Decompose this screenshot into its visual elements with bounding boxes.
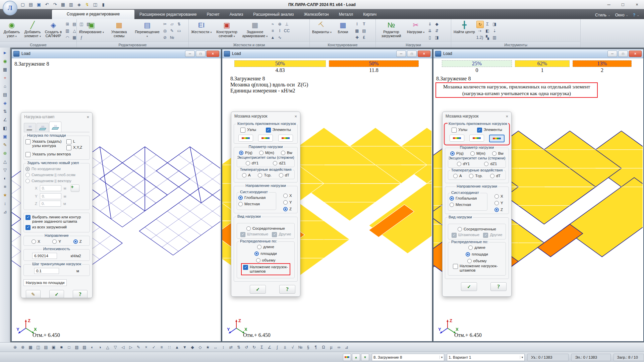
render-icon[interactable]: ◈ bbox=[76, 1, 82, 8]
add-icon[interactable]: + bbox=[1, 74, 9, 82]
bottom-tool-8-icon[interactable]: □ bbox=[65, 344, 73, 351]
ribbon-tab[interactable]: Расширенное редактирование bbox=[134, 10, 202, 19]
bottom-tool-27-icon[interactable]: ↔ bbox=[212, 344, 219, 351]
radio-concentrated[interactable]: Сосредоточенные bbox=[246, 226, 285, 231]
bottom-tool-36-icon[interactable]: ± bbox=[281, 344, 289, 351]
mosaic-nodes-button[interactable] bbox=[238, 135, 253, 142]
app-logo[interactable]: Л bbox=[3, 1, 17, 15]
small-tool-icon[interactable]: ◨ bbox=[491, 21, 498, 27]
radio-temp-tcp[interactable]: Tср. bbox=[469, 174, 482, 178]
checkbox-length-L[interactable]: L bbox=[66, 139, 82, 144]
apply-button[interactable]: ✓ bbox=[461, 282, 477, 291]
radio-param-pq[interactable]: P(q) bbox=[239, 151, 252, 155]
small-tool-icon[interactable]: Ŧ bbox=[361, 21, 367, 27]
checkbox-elements[interactable]: Элементы bbox=[266, 128, 291, 133]
checkbox-nodes[interactable]: Узлы bbox=[452, 128, 467, 133]
radio-ecc-dz1[interactable]: dZ1 bbox=[273, 161, 286, 165]
bottom-tool-1-icon[interactable]: ⊕ bbox=[11, 344, 19, 351]
coord-z-field[interactable]: 0. bbox=[40, 201, 61, 207]
bottom-tool-12-icon[interactable]: ◑ bbox=[96, 344, 104, 351]
coord-x-field[interactable]: 0. bbox=[40, 185, 61, 191]
apply-button[interactable]: ✓ bbox=[250, 285, 266, 294]
close-button[interactable]: × bbox=[629, 51, 642, 57]
radio-coord-global[interactable]: Глобальная bbox=[238, 196, 275, 200]
menu-style[interactable]: Стиль⌄ bbox=[595, 13, 610, 17]
radio-by-coordinates[interactable]: По координатам bbox=[25, 167, 88, 171]
tab-load-on-area[interactable]: ↓↓↓ bbox=[49, 122, 61, 132]
radio-offset-vector[interactable]: Смещением || вектору bbox=[25, 179, 88, 183]
radio-axis-z[interactable]: Z bbox=[494, 208, 503, 212]
bottom-tool-33-icon[interactable]: Σ bbox=[258, 344, 266, 351]
bottom-tool-21-icon[interactable]: ∷ bbox=[166, 344, 173, 351]
small-tool-icon[interactable]: ⇵ bbox=[433, 27, 440, 34]
help-button[interactable]: ? bbox=[490, 282, 507, 291]
bottom-tool-3-icon[interactable]: ▦ bbox=[27, 344, 34, 351]
bottom-tool-40-icon[interactable]: ¶ bbox=[312, 344, 319, 351]
small-tool-icon[interactable]: ₤ bbox=[361, 34, 367, 41]
checkbox-elements[interactable]: Элементы bbox=[477, 128, 502, 133]
restore-button[interactable]: □ bbox=[196, 51, 206, 57]
bottom-tool-5-icon[interactable]: ▤ bbox=[42, 344, 50, 351]
bottom-tool-35-icon[interactable]: ∫ bbox=[274, 344, 281, 351]
radio-temp-dt[interactable]: dT bbox=[279, 173, 289, 177]
small-tool-icon[interactable]: ▥ bbox=[491, 34, 498, 41]
ribbon-button[interactable]: ⊤Варианты ▾ bbox=[311, 20, 332, 35]
model-icon[interactable]: ◈ bbox=[1, 99, 9, 107]
bottom-tool-4-icon[interactable]: ◫ bbox=[35, 344, 42, 351]
bottom-tool-2-icon[interactable]: ⊗ bbox=[19, 344, 26, 351]
radio-dist-length[interactable]: длине bbox=[257, 245, 274, 249]
next-loadcase-icon[interactable]: ▼ bbox=[361, 354, 369, 361]
checkbox-nodes[interactable]: Узлы bbox=[240, 128, 256, 133]
checkbox-other-loads[interactable]: Другие bbox=[483, 233, 502, 238]
ribbon-button[interactable]: №Редактор загружений bbox=[377, 20, 405, 38]
mosaic-elements-button[interactable] bbox=[469, 135, 484, 142]
bottom-tool-6-icon[interactable]: ▣ bbox=[50, 344, 57, 351]
star-icon[interactable]: ★ bbox=[1, 191, 9, 199]
small-tool-icon[interactable]: ✚ bbox=[354, 34, 360, 41]
bottom-tool-22-icon[interactable]: ▲ bbox=[173, 344, 181, 351]
checkbox-other-loads[interactable]: Другие bbox=[272, 232, 291, 237]
ribbon-button[interactable]: ▣Копирование ▾ bbox=[78, 20, 105, 35]
ribbon-tab[interactable]: Расширенный анализ bbox=[248, 10, 299, 19]
radio-temp-dt[interactable]: dT bbox=[490, 174, 501, 178]
maximize-icon[interactable]: □ bbox=[616, 0, 630, 9]
small-tool-icon[interactable]: № bbox=[169, 34, 175, 41]
child-window-titlebar[interactable]: Load ─ □ × bbox=[222, 49, 432, 58]
radio-axis-y[interactable]: Y bbox=[283, 200, 292, 205]
small-tool-icon[interactable]: ▲ bbox=[270, 34, 276, 41]
bottom-tool-24-icon[interactable]: ◆ bbox=[189, 344, 196, 351]
restore-button[interactable]: □ bbox=[618, 51, 628, 57]
ribbon-button[interactable]: ▦Заданное армирование ▾ bbox=[241, 20, 269, 39]
ribbon-tab[interactable]: Создание и редактирование bbox=[52, 10, 134, 19]
close-icon[interactable]: × bbox=[86, 115, 89, 120]
radio-dist-volume[interactable]: объему bbox=[256, 258, 276, 263]
stamp-type-combo[interactable]: Нагрузка по площади bbox=[23, 279, 67, 286]
bottom-tool-7-icon[interactable]: ■ bbox=[58, 344, 65, 351]
small-tool-icon[interactable]: ⇊ bbox=[426, 27, 433, 34]
corner-icon[interactable]: ⊿ bbox=[1, 208, 9, 216]
radio-axis-x[interactable]: X bbox=[283, 194, 292, 198]
radio-axis-y[interactable]: Y bbox=[494, 201, 503, 205]
small-tool-icon[interactable]: ⊞ bbox=[64, 21, 71, 27]
small-tool-icon[interactable]: ⊕ bbox=[277, 21, 283, 27]
small-tool-icon[interactable]: 1.2) bbox=[476, 34, 483, 41]
menu-window[interactable]: Окно⌄ bbox=[615, 13, 628, 17]
bottom-tool-29-icon[interactable]: ⇄ bbox=[227, 344, 235, 351]
bottom-tool-14-icon[interactable]: ▽ bbox=[112, 344, 119, 351]
minimize-button[interactable]: ─ bbox=[396, 51, 406, 57]
bottom-tool-30-icon[interactable]: ⇅ bbox=[235, 344, 242, 351]
radio-offset-global[interactable]: Смещением || глоб.осям bbox=[25, 173, 88, 177]
prev-loadcase-icon[interactable]: ▲ bbox=[352, 354, 360, 361]
small-tool-icon[interactable]: ⇢ bbox=[476, 27, 483, 34]
ribbon-tab[interactable]: Железобетон bbox=[299, 10, 334, 19]
panel-icon[interactable]: ▣ bbox=[1, 133, 9, 140]
bottom-tool-34-icon[interactable]: ∠ bbox=[266, 344, 273, 351]
bottom-tool-18-icon[interactable]: × bbox=[142, 344, 150, 351]
add-node-button[interactable]: + bbox=[71, 185, 79, 192]
small-tool-icon[interactable]: ≈ bbox=[270, 21, 276, 27]
tri-down-icon[interactable]: ▽ bbox=[1, 166, 9, 174]
bottom-tool-19-icon[interactable]: ✓ bbox=[150, 344, 158, 351]
small-tool-icon[interactable]: Ⅰ bbox=[354, 21, 360, 27]
bottom-tool-10-icon[interactable]: ▨ bbox=[81, 344, 88, 351]
model-3d-icon[interactable]: ◫ bbox=[92, 1, 99, 8]
